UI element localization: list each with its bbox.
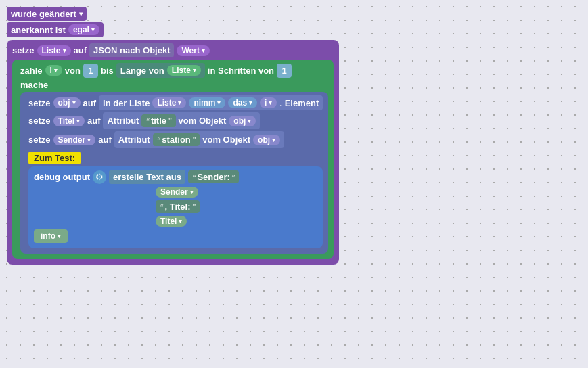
info-arrow: ▾ [58,233,61,239]
row-setze-titel: setze Titel ▾ auf Attribut “ title ” vom [28,112,323,129]
wurde-arrow-icon: ▾ [79,10,83,18]
row-titel2: Titel ▾ [156,216,317,227]
row-zaehle: zähle i ▾ von 1 bis Länge von Liste ▾ [20,63,328,78]
titel2-arrow: ▾ [179,218,182,225]
sender-arrow: ▾ [87,137,91,143]
in-der-liste-block[interactable]: in der Liste Liste ▾ nimm ▾ das ▾ [99,95,323,110]
sender2-arrow: ▾ [190,189,194,196]
vom-objekt2-label: vom Objekt [202,135,250,145]
titel2-pill[interactable]: Titel ▾ [156,216,187,227]
row-komma-titel: “ , Titel: ” [156,200,317,213]
sender-colon-string[interactable]: “ Sender: ” [188,170,239,183]
obj2-pill[interactable]: obj ▾ [229,116,256,127]
row-setze-obj: setze obj ▾ auf in der Liste Liste ▾ nim [28,95,323,110]
von-label: von [65,66,81,76]
info-label: info [41,231,55,241]
anerkannt-block[interactable]: anerkannt ist egal ▾ [7,22,104,37]
attribut-titel-block[interactable]: Attribut “ title ” vom Objekt obj ▾ [103,112,260,129]
wurde-geaendert-block[interactable]: wurde geändert ▾ [7,7,87,21]
obj2-label: obj [233,116,246,126]
komma-titel-label: , Titel: [165,202,191,212]
das-pill[interactable]: das ▾ [228,97,257,108]
titel-label: Titel [58,116,74,126]
row-wurde-geaendert: wurde geändert ▾ [7,7,339,21]
in-der-liste-label: in der Liste [103,98,150,108]
punkt-element-label: . Element [279,98,319,108]
sender2-label: Sender [160,187,188,197]
sender-pill[interactable]: Sender ▾ [53,135,96,145]
titel-arrow: ▾ [76,118,80,124]
station-string[interactable]: “ station ” [153,133,200,146]
i2-pill[interactable]: i ▾ [260,97,277,108]
gear-icon[interactable]: ⚙ [93,170,106,184]
liste2-pill[interactable]: Liste ▾ [167,65,201,76]
title-str-label: title [151,116,166,126]
one2-label: 1 [281,66,286,76]
liste-pill[interactable]: Liste ▾ [37,45,71,56]
sender2-pill[interactable]: Sender ▾ [156,187,198,198]
one-block[interactable]: 1 [83,64,98,78]
komma-titel-string[interactable]: “ , Titel: ” [156,200,200,213]
setze4-label: setze [28,135,51,145]
loop-container: zähle i ▾ von 1 bis Länge von Liste ▾ [12,60,334,259]
station-str-label: station [162,135,191,145]
liste3-arrow: ▾ [178,99,181,106]
attribut2-label: Attribut [118,135,150,145]
debug-container: debug output ⚙ erstelle Text aus “ Sende… [28,166,323,248]
liste3-pill[interactable]: Liste ▾ [152,97,186,108]
row-setze-sender: setze Sender ▾ auf Attribut “ station ” … [28,131,323,148]
setze2-label: setze [28,98,51,108]
nimm-pill[interactable]: nimm ▾ [189,97,225,108]
obj3-label: obj [258,135,270,145]
titel-pill[interactable]: Titel ▾ [53,116,85,127]
row-anerkannt: anerkannt ist egal ▾ [7,22,339,37]
laenge-von-block[interactable]: Länge von Liste ▾ [116,63,205,78]
obj-pill[interactable]: obj ▾ [53,97,81,108]
zum-test-block: Zum Test: [28,152,81,164]
i-pill[interactable]: i ▾ [45,65,62,76]
row-setze-liste: setze Liste ▾ auf JSON nach Objekt Wert … [12,43,334,58]
zum-test-label: Zum Test: [34,153,75,163]
row-zum-test: Zum Test: [28,152,323,164]
das-label: das [233,98,247,108]
egal-arrow-icon: ▾ [91,26,95,33]
obj3-pill[interactable]: obj ▾ [253,135,280,145]
auf2-label: auf [83,98,97,108]
inner-blue-container: setze obj ▾ auf in der Liste Liste ▾ nim [20,92,328,254]
erstelle-text-label: erstelle Text aus [113,172,181,182]
setze-label: setze [12,45,35,55]
obj-label: obj [58,98,70,108]
row-debug-output: debug output ⚙ erstelle Text aus “ Sende… [34,170,317,184]
sender-colon-label: Sender: [197,172,229,182]
row-info: info ▾ [34,229,317,243]
attribut-sender-block[interactable]: Attribut “ station ” vom Objekt obj ▾ [114,131,284,148]
obj-arrow: ▾ [72,99,76,106]
laenge-von-label: Länge von [120,66,164,76]
one2-block[interactable]: 1 [277,64,292,78]
auf3-label: auf [87,116,101,126]
info-pill[interactable]: info ▾ [34,229,68,243]
outer-container: setze Liste ▾ auf JSON nach Objekt Wert … [7,40,339,264]
vom-objekt-label: vom Objekt [179,116,227,126]
i2-label: i [265,98,267,108]
wurde-geaendert-label: wurde geändert [11,9,76,19]
row-mache: mache [20,80,328,90]
debug-output-label: debug output [34,172,90,182]
erstelle-text-block[interactable]: erstelle Text aus [109,170,185,184]
row-sender2: Sender ▾ [156,187,317,198]
one-label: 1 [88,66,93,76]
liste2-label: Liste [172,66,191,75]
title-string[interactable]: “ title ” [141,114,175,127]
i-arrow: ▾ [54,67,58,74]
wert-pill[interactable]: Wert ▾ [177,45,209,56]
nimm-label: nimm [194,98,215,108]
setze3-label: setze [28,116,51,126]
auf-label: auf [74,45,87,55]
attribut-label: Attribut [107,116,139,126]
egal-pill[interactable]: egal ▾ [68,24,99,35]
wert-arrow: ▾ [202,47,205,54]
liste-label: Liste [42,46,61,55]
bis-label: bis [101,66,114,76]
obj3-arrow: ▾ [272,137,275,143]
json-objekt-block[interactable]: JSON nach Objekt [89,43,174,58]
